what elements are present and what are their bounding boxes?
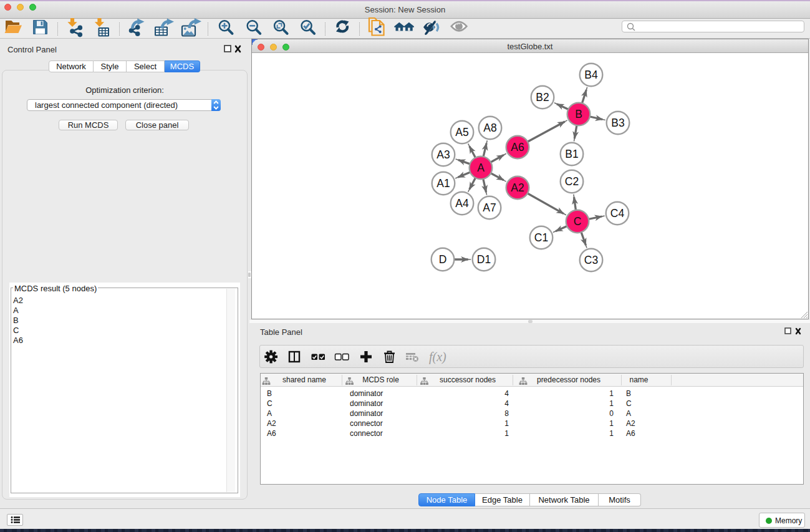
svg-text:B4: B4 (584, 69, 598, 81)
svg-text:B2: B2 (536, 91, 549, 104)
svg-text:B3: B3 (611, 117, 624, 129)
svg-text:A6: A6 (511, 141, 524, 153)
svg-text:D1: D1 (477, 253, 491, 266)
svg-text:C: C (574, 215, 582, 228)
svg-text:B: B (575, 108, 582, 120)
svg-text:f(x): f(x) (429, 350, 446, 364)
svg-text:A: A (477, 162, 485, 174)
svg-text:D: D (439, 253, 447, 266)
svg-text:A1: A1 (436, 177, 450, 190)
svg-text:A3: A3 (436, 148, 450, 161)
svg-text:A2: A2 (511, 181, 524, 194)
svg-text:C4: C4 (610, 207, 625, 220)
svg-text:A5: A5 (455, 126, 468, 138)
svg-text:C1: C1 (534, 231, 548, 244)
svg-text:A7: A7 (483, 201, 496, 214)
svg-text:A8: A8 (483, 122, 496, 134)
svg-text:A4: A4 (455, 197, 469, 210)
svg-text:B1: B1 (565, 148, 578, 160)
svg-text:C2: C2 (565, 175, 579, 188)
svg-text:C3: C3 (584, 254, 598, 266)
